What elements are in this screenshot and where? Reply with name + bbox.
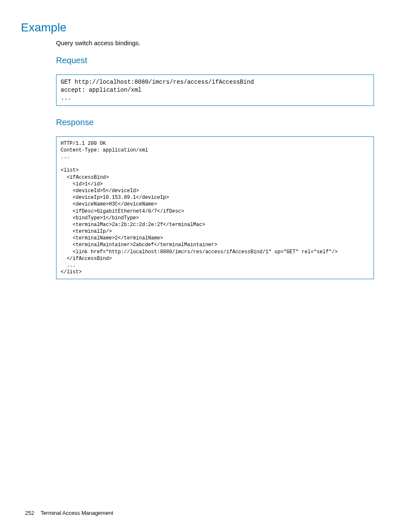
response-code-block: HTTP/1.1 200 OK Content-Type: applicatio… [56, 136, 374, 280]
heading-request: Request [56, 56, 374, 65]
page-footer: 252 Terminal Access Management [25, 510, 113, 516]
heading-example: Example [21, 21, 374, 34]
page-number: 252 [25, 510, 34, 516]
heading-response: Response [56, 118, 374, 127]
intro-paragraph: Query switch access bindings. [56, 39, 374, 46]
footer-section-title: Terminal Access Management [41, 510, 113, 516]
request-code-block: GET http://localhost:8080/imcrs/res/acce… [56, 75, 374, 106]
